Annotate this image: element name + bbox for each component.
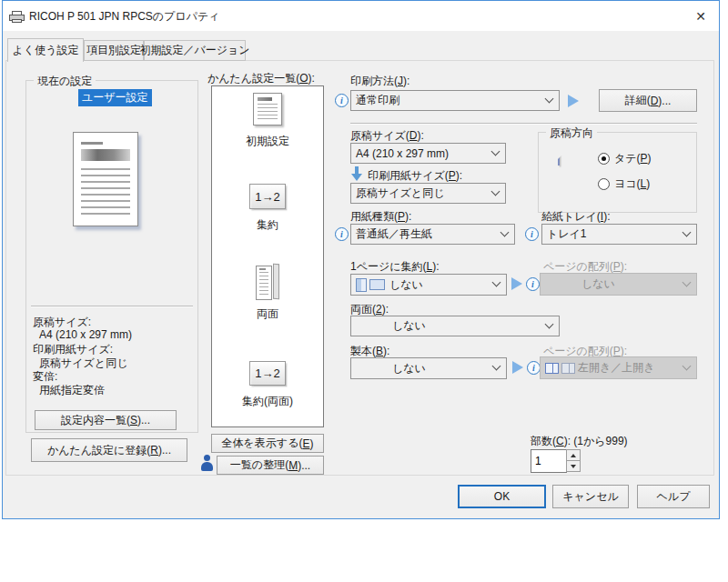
page-order-booklet-value: 左開き／上開き (578, 360, 655, 376)
summary-line: 原稿サイズ: (33, 315, 132, 328)
duplex-select[interactable]: しない (350, 316, 560, 336)
booklet-value: しない (356, 361, 426, 376)
summary-separator (31, 306, 193, 307)
page-order-combine-value: しない (545, 276, 615, 292)
radio-portrait-label: タテ(P) (614, 151, 652, 166)
open-book-icon (561, 363, 575, 374)
page-thumbnail-icon (369, 279, 385, 290)
preview-title-line (81, 142, 103, 145)
details-button[interactable]: 詳細(D)... (599, 89, 697, 112)
ok-button[interactable]: OK (458, 485, 546, 508)
window-title: RICOH P 501 JPN RPCSのプロパティ (29, 9, 220, 25)
current-settings-label: 現在の設定 (34, 74, 96, 89)
list-item-duplex[interactable]: 両面 (211, 264, 324, 322)
show-all-button[interactable]: 全体を表示する(E) (211, 434, 324, 453)
radio-button-icon[interactable] (598, 153, 610, 165)
one-to-two-duplex-icon: 1→2 (249, 361, 286, 386)
one-to-two-icon: 1→2 (249, 184, 286, 209)
copies-stepper (566, 449, 581, 472)
original-size-select[interactable]: A4 (210 x 297 mm) (350, 143, 506, 164)
chevron-down-icon (500, 227, 510, 236)
tray-value: トレイ1 (547, 226, 587, 242)
summary-line: 原稿サイズと同じ (33, 356, 132, 369)
chevron-down-icon (545, 94, 554, 103)
tab-initial-version[interactable]: 初期設定／バージョン (144, 40, 246, 61)
orientation-page-icon (558, 151, 560, 166)
summary-line: A4 (210 x 297 mm) (33, 328, 132, 342)
list-item-label: 両面 (257, 306, 278, 322)
orientation-label: 原稿方向 (546, 125, 597, 141)
tray-select[interactable]: トレイ1 (541, 224, 697, 245)
chevron-down-icon (492, 362, 501, 371)
list-item-combine-duplex[interactable]: 1→2 集約(両面) (211, 359, 324, 409)
print-method-label: 印刷方法(J): (350, 74, 410, 89)
print-paper-size-value: 原稿サイズと同じ (356, 186, 444, 201)
copies-label: 部数(C): (1から999) (531, 434, 628, 449)
list-item-label: 集約 (257, 217, 278, 233)
summary-line: 印刷用紙サイズ: (33, 342, 132, 356)
spin-down-button[interactable] (566, 460, 581, 472)
document-preview (73, 132, 138, 226)
original-size-value: A4 (210 x 297 mm) (356, 147, 449, 160)
info-icon[interactable]: i (526, 277, 540, 291)
paper-type-select[interactable]: 普通紙／再生紙 (350, 224, 515, 245)
paper-type-label: 用紙種類(P): (350, 209, 411, 225)
radio-button-icon[interactable] (598, 178, 610, 190)
settings-details-button[interactable]: 設定内容一覧(S)... (35, 410, 177, 430)
info-icon[interactable]: i (335, 94, 349, 107)
register-one-click-button[interactable]: かんたん設定に登録(R)... (31, 438, 187, 462)
chevron-down-icon (682, 361, 692, 370)
chevron-down-icon (682, 277, 692, 286)
print-paper-size-select[interactable]: 原稿サイズと同じ (350, 183, 506, 204)
proceed-arrow-icon (512, 361, 523, 374)
person-icon (200, 455, 213, 471)
original-size-label: 原稿サイズ(D): (350, 128, 424, 144)
preview-text-lines (81, 168, 130, 218)
booklet-select[interactable]: しない (350, 357, 507, 379)
chevron-down-icon (491, 146, 500, 156)
paper-type-value: 普通紙／再生紙 (356, 226, 432, 242)
proceed-arrow-icon (568, 95, 579, 107)
page-order-booklet-select: 左開き／上開き (540, 356, 697, 379)
section-separator (350, 123, 697, 125)
chevron-down-icon (492, 278, 501, 287)
info-icon[interactable]: i (527, 361, 541, 375)
tab-item-settings[interactable]: 項目別設定 (84, 40, 144, 61)
summary-line: 用紙指定変倍 (33, 383, 132, 396)
print-paper-size-label: 印刷用紙サイズ(P): (368, 168, 462, 184)
list-item-label: 集約(両面) (242, 394, 293, 409)
print-method-value: 通常印刷 (356, 93, 399, 108)
close-button[interactable]: ✕ (684, 5, 717, 28)
combine-select[interactable]: しない (350, 274, 507, 296)
settings-summary: 原稿サイズ: A4 (210 x 297 mm) 印刷用紙サイズ: 原稿サイズと… (33, 315, 132, 396)
help-button[interactable]: ヘルプ (637, 485, 710, 508)
open-book-icon (545, 363, 559, 374)
tab-favorite-settings[interactable]: よく使う設定 (7, 38, 84, 62)
proceed-arrow-icon (511, 277, 522, 290)
radio-landscape[interactable]: ヨコ(L) (598, 176, 650, 192)
document-icon (253, 93, 282, 125)
preset-name-badge: ユーザー設定 (78, 89, 152, 106)
tray-label: 給紙トレイ(I): (541, 209, 611, 225)
info-icon[interactable]: i (335, 227, 349, 241)
list-item-default[interactable]: 初期設定 (211, 93, 324, 149)
organize-list-button[interactable]: 一覧の整理(M)... (217, 456, 324, 475)
copies-input[interactable] (531, 449, 567, 473)
combine-value: しない (389, 277, 423, 293)
cancel-button[interactable]: キャンセル (552, 485, 629, 508)
down-arrow-icon (351, 166, 362, 181)
print-method-select[interactable]: 通常印刷 (350, 90, 560, 111)
printer-icon (9, 11, 25, 23)
summary-line: 変倍: (33, 369, 132, 383)
preview-heading-band (81, 149, 130, 161)
duplex-value: しない (356, 318, 426, 334)
radio-landscape-label: ヨコ(L) (614, 176, 650, 192)
info-icon[interactable]: i (525, 227, 539, 241)
chevron-down-icon (545, 319, 554, 328)
list-item-combine[interactable]: 1→2 集約 (211, 184, 324, 233)
chevron-down-icon (682, 227, 692, 236)
radio-portrait[interactable]: タテ(P) (598, 151, 652, 166)
page-thumbnail-icon (356, 278, 367, 292)
one-click-list-label: かんたん設定一覧(O): (207, 71, 315, 86)
list-item-label: 初期設定 (246, 134, 289, 149)
